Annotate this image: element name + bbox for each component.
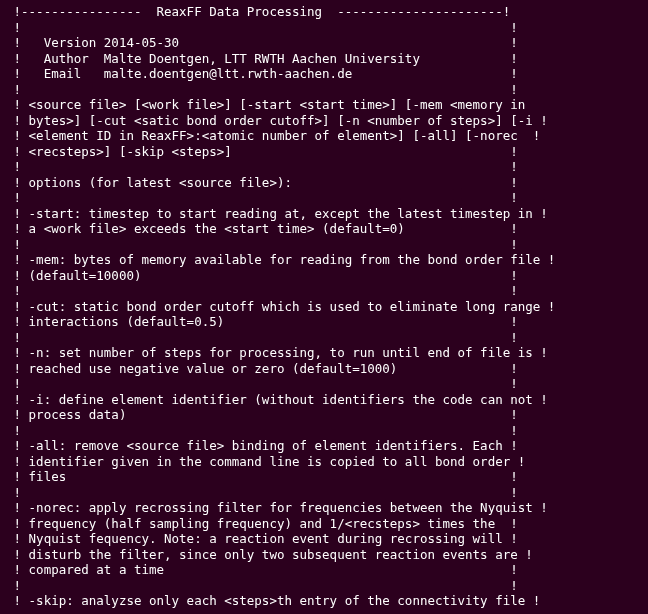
terminal-line: ! compared at a time ! <box>6 562 642 578</box>
terminal-line: ! -skip: analyzse only each <steps>th en… <box>6 593 642 609</box>
terminal-line: ! a <work file> exceeds the <start time>… <box>6 221 642 237</box>
terminal-line: ! identifier given in the command line i… <box>6 454 642 470</box>
terminal-line: ! -all: remove <source file> binding of … <box>6 438 642 454</box>
terminal-line: ! ! <box>6 190 642 206</box>
terminal-line: ! ! <box>6 578 642 594</box>
terminal-line: ! Nyquist fequency. Note: a reaction eve… <box>6 531 642 547</box>
terminal-line: ! frequency (half sampling frequency) an… <box>6 516 642 532</box>
terminal-line: ! <element ID in ReaxFF>:<atomic number … <box>6 128 642 144</box>
terminal-line: ! options (for latest <source file>): ! <box>6 175 642 191</box>
terminal-line: ! process data) ! <box>6 407 642 423</box>
terminal-line: ! Author Malte Doentgen, LTT RWTH Aachen… <box>6 51 642 67</box>
terminal-line: ! -norec: apply recrossing filter for fr… <box>6 500 642 516</box>
terminal-line: ! interactions (default=0.5) ! <box>6 314 642 330</box>
terminal-line: ! disturb the filter, since only two sub… <box>6 547 642 563</box>
terminal-line: ! -n: set number of steps for processing… <box>6 345 642 361</box>
terminal-line: ! <recsteps>] [-skip <steps>] ! <box>6 144 642 160</box>
terminal-line: ! Email malte.doentgen@ltt.rwth-aachen.d… <box>6 66 642 82</box>
terminal-line: ! ! <box>6 159 642 175</box>
terminal-line: ! -start: timestep to start reading at, … <box>6 206 642 222</box>
terminal-line: ! bytes>] [-cut <satic bond order cutoff… <box>6 113 642 129</box>
terminal-line: ! ! <box>6 283 642 299</box>
terminal-line: ! ! <box>6 237 642 253</box>
terminal-line: ! ! <box>6 82 642 98</box>
terminal-line: ! ! <box>6 485 642 501</box>
terminal-line: ! -cut: static bond order cutoff which i… <box>6 299 642 315</box>
terminal-line: ! ! <box>6 20 642 36</box>
terminal-line: ! ! <box>6 330 642 346</box>
terminal-output: !---------------- ReaxFF Data Processing… <box>6 4 642 609</box>
terminal-line: ! reached use negative value or zero (de… <box>6 361 642 377</box>
terminal-line: ! <source file> [<work file>] [-start <s… <box>6 97 642 113</box>
terminal-line: ! ! <box>6 423 642 439</box>
terminal-line: !---------------- ReaxFF Data Processing… <box>6 4 642 20</box>
terminal-line: ! files ! <box>6 469 642 485</box>
terminal-line: ! (default=10000) ! <box>6 268 642 284</box>
terminal-line: ! Version 2014-05-30 ! <box>6 35 642 51</box>
terminal-line: ! ! <box>6 376 642 392</box>
terminal-line: ! -mem: bytes of memory available for re… <box>6 252 642 268</box>
terminal-line: ! -i: define element identifier (without… <box>6 392 642 408</box>
